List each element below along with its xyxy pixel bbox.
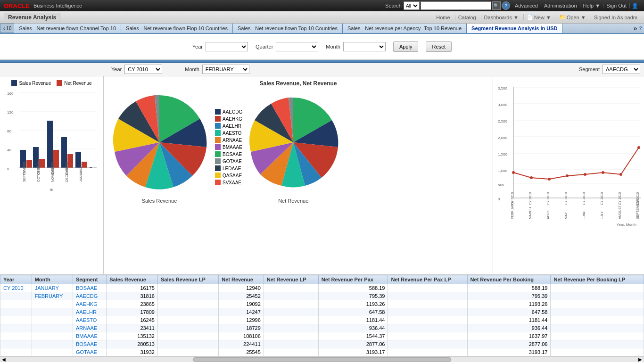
catalog-button[interactable]: Catalog [455,15,479,20]
quarter-filter-label: Quarter [256,44,273,49]
cell-segment[interactable]: BOSAAE [73,340,106,348]
administration-link[interactable]: Administration [541,3,580,8]
advanced-link[interactable]: Advanced [512,3,541,8]
new-button[interactable]: 📄 New ▼ [523,14,554,20]
reset-button[interactable]: Reset [426,41,452,52]
cell-segment[interactable]: AAESTO [73,316,106,324]
cell-sales-rev: 23411 [107,324,158,332]
col-nrpp[interactable]: Net Revenue Per Pax [318,275,388,284]
table-row: FEBRUARYAAECDG3181625452795.39795.39 [0,292,644,300]
scroll-left-btn[interactable]: ◀ [0,357,8,362]
tab-agency-top10[interactable]: Sales - Net revenue per Agency -Top 10 R… [343,24,467,33]
bar-net-sep [26,160,32,168]
svg-text:500: 500 [498,183,504,187]
cell-net-rev: 108106 [219,332,264,340]
cell-segment[interactable]: GOTAAE [73,348,106,356]
table-row: CY 2010JANUARYBOSAAE1617512940588.19588.… [0,284,644,292]
svg-text:CY 2010: CY 2010 [618,192,621,205]
month-filter-select[interactable] [343,42,386,51]
col-nrpp-lp[interactable]: Net Revenue Per Pax LP [388,275,467,284]
bar-chart-svg: 160 120 80 40 0 [5,88,99,187]
month-control-label: Month [185,66,199,72]
svg-text:MARCH: MARCH [528,207,532,219]
line-dot-jun [584,173,586,176]
cell-segment[interactable]: AAELHR [73,308,106,316]
cell-net-rev-lp [264,324,318,332]
scroll-right-btn[interactable]: ▶ [636,357,644,362]
cell-year [0,292,32,300]
svg-text:160: 160 [7,91,14,96]
cell-month [32,332,73,340]
col-sales-rev-lp[interactable]: Sales Revenue LP [157,275,218,284]
cell-segment[interactable]: BOSAAE [73,284,106,292]
cell-net-rev-lp [264,284,318,292]
col-net-rev-lp[interactable]: Net Revenue LP [264,275,318,284]
search-input[interactable] [421,1,491,10]
cell-year [0,348,32,356]
cell-year [0,332,32,340]
col-net-rev[interactable]: Net Revenue [219,275,264,284]
table-row: AAELHR1780914247647.58647.58 [0,308,644,316]
tab-top10-countries[interactable]: Sales - Net revenue flown Top 10 Countri… [233,24,343,33]
search-type-select[interactable]: All [404,1,420,10]
segment-control-group: Segment AAECDG [579,65,640,74]
cell-month[interactable]: FEBRUARY [32,292,73,300]
right-panel: 3,500 3,000 2,500 2,000 1,500 1,000 500 … [493,76,644,274]
svxaae-color [215,180,221,185]
tab-segment-revenue[interactable]: Segment Revenue Analysis In USD [467,24,562,33]
month-control-select[interactable]: FEBRUARY [202,65,249,74]
bottom-scrollbar[interactable]: ◀ ▶ [0,356,644,362]
col-nrpb[interactable]: Net Revenue Per Booking [467,275,551,284]
tab-flop10-countries[interactable]: Sales - Net revenue flown Flop 10 Countr… [121,24,233,33]
col-year[interactable]: Year [0,275,32,284]
legend-gotaae: GOTAAE [215,158,242,164]
cell-year [0,324,32,332]
cell-net-rev: 14247 [219,308,264,316]
col-segment[interactable]: Segment [73,275,106,284]
cell-sales-rev: 16245 [107,316,158,324]
cell-segment[interactable]: ARNAAE [73,324,106,332]
cell-net-rev: 224411 [219,340,264,348]
line-dot-mar [530,176,533,179]
dashboards-button[interactable]: Dashboards ▼ [481,15,521,20]
bar-chart-footer: th [50,188,53,192]
gotaae-color [215,158,221,164]
cell-segment[interactable]: AAEHKG [73,300,106,308]
cell-nrpb: 2877.06 [467,340,551,348]
scroll-thumb[interactable] [193,357,451,362]
help-link[interactable]: Help ▼ [580,3,604,8]
col-month[interactable]: Month [32,275,73,284]
open-button[interactable]: 📁 Open ▼ [556,14,589,20]
tab-channel-top10[interactable]: Sales - Net revenue flown Channel Top 10 [14,24,121,33]
filter-area: Year Quarter Month Apply Reset [0,34,644,60]
search-help-button[interactable]: ? [502,1,510,10]
cell-net-rev: 19092 [219,300,264,308]
segment-control-select[interactable]: AAECDG [603,65,640,74]
line-dot-may [566,174,569,177]
cell-month[interactable]: JANUARY [32,284,73,292]
search-button[interactable]: 🔍 [492,1,501,10]
cell-month [32,308,73,316]
tab-bar: ‹ 10 Sales - Net revenue flown Channel T… [0,24,644,34]
tab-back-button[interactable]: ‹ 10 [0,24,14,33]
col-nrpb-lp[interactable]: Net Revenue Per Booking LP [551,275,644,284]
year-control-select[interactable]: CY 2010 [124,65,162,74]
cell-year[interactable]: CY 2010 [0,284,32,292]
line-dot-aug [619,173,622,176]
signout-link[interactable]: Sign Out [603,3,630,8]
cell-nrpp: 2877.06 [318,340,388,348]
chart-title: Sales Revenue, Net Revenue [107,80,489,87]
col-sales-rev[interactable]: Sales Revenue [107,275,158,284]
quarter-filter-select[interactable] [276,42,318,51]
year-filter-select[interactable] [206,42,248,51]
apply-button[interactable]: Apply [393,41,419,52]
sales-pie-svg [107,90,211,194]
cell-year [0,300,32,308]
tab-more-icon[interactable]: » [633,25,637,32]
cell-segment[interactable]: AAECDG [73,292,106,300]
home-button[interactable]: Home [433,15,453,20]
legend-bmaaae: BMAAAE [215,144,242,150]
cell-segment[interactable]: BMAAAE [73,332,106,340]
cell-nrpp-lp [388,300,467,308]
svg-text:0: 0 [498,197,500,201]
